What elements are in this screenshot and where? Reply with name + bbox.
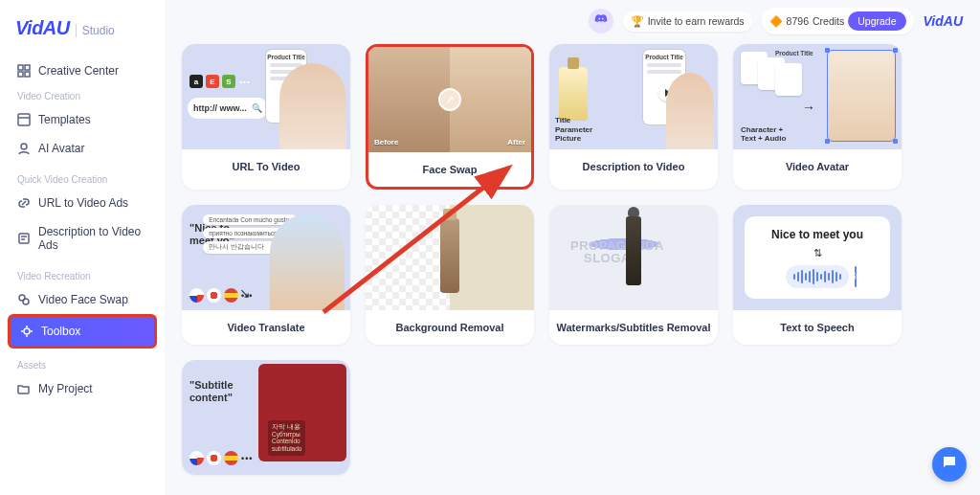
nav-section-video-recreation: Video Recreation Video Face Swap Toolbox: [8, 265, 157, 349]
duration-badge: 3s: [855, 266, 857, 287]
video-frame: 자막 내용 Субтитры Contenido subtitulado: [258, 364, 346, 461]
card-title: Video Avatar: [733, 149, 902, 184]
nav-video-face-swap[interactable]: Video Face Swap: [8, 285, 157, 314]
flag-japan-icon: [207, 288, 221, 303]
main-content: 🏆 Invite to earn rewards 🔶 8796 Credits …: [165, 0, 980, 495]
presenter-figure: [666, 73, 714, 149]
card-title: Description to Video: [549, 149, 718, 184]
flag-row: •••: [189, 451, 253, 465]
arrow-icon: →: [802, 100, 815, 115]
discord-button[interactable]: [589, 9, 613, 34]
product-bottle: [440, 218, 459, 293]
card-subtitle[interactable]: "Subtitle content" ••• 자막 내용 Субтитры Co…: [182, 360, 350, 475]
tts-text: Nice to meet you: [771, 228, 863, 241]
logo-sub: Studio: [76, 24, 115, 37]
svg-point-6: [21, 144, 27, 149]
thumb-desc-to-video: Title Parameter Picture Product Title: [549, 44, 718, 149]
sub-quote: "Subtitle content": [189, 379, 234, 403]
thumb-video-translate: "Nice to meet yo" ••• Encantada Con much…: [182, 205, 350, 310]
invite-pill[interactable]: 🏆 Invite to earn rewards: [623, 11, 752, 32]
nav-heading: Video Recreation: [8, 265, 157, 285]
credits-pill[interactable]: 🔶 8796 Credits Upgrade: [762, 8, 914, 34]
nav-label: Video Face Swap: [38, 293, 128, 306]
swap-icon: ⇅: [813, 247, 822, 259]
thumb-face-swap: Before After ↗: [368, 47, 531, 152]
nav-my-project[interactable]: My Project: [8, 374, 157, 403]
templates-icon: [17, 113, 31, 126]
nav-label: Templates: [38, 113, 91, 126]
card-video-translate[interactable]: "Nice to meet yo" ••• Encantada Con much…: [182, 205, 350, 345]
chat-fab[interactable]: [932, 447, 967, 482]
card-title: Background Removal: [366, 310, 534, 345]
thumb-watermarks: PROPAGANDA SLOGAN: [549, 205, 718, 310]
card-title: Video Translate: [182, 310, 350, 345]
card-description-to-video[interactable]: Title Parameter Picture Product Title De…: [549, 44, 718, 190]
presenter-figure: [270, 214, 345, 310]
logo[interactable]: VidAU Studio: [8, 13, 157, 56]
app-root: VidAU Studio Creative Center Video Creat…: [0, 0, 980, 495]
marketplace-logos: aES•••: [189, 75, 252, 88]
swap-arrow-icon: ↗: [441, 91, 458, 108]
svg-point-12: [24, 328, 30, 334]
svg-rect-3: [25, 72, 30, 77]
nav-label: Toolbox: [41, 325, 80, 338]
flag-japan-icon: [207, 451, 221, 465]
text-icon: [17, 232, 31, 245]
presenter-figure: [279, 63, 346, 149]
waveform-icon: 3s: [786, 265, 849, 288]
card-text-to-speech[interactable]: Nice to meet you ⇅ 3s Text to Speech: [733, 205, 902, 345]
transparency-checker: [366, 205, 450, 310]
card-title: URL To Video: [182, 149, 350, 184]
selected-avatar-frame: [827, 50, 896, 142]
chat-icon: [941, 454, 958, 475]
nav-desc-to-video-ads[interactable]: Description to Video Ads: [8, 217, 157, 259]
nav-url-to-video-ads[interactable]: URL to Video Ads: [8, 189, 157, 217]
brand-top[interactable]: VidAU: [924, 13, 963, 29]
svg-point-11: [23, 299, 29, 304]
link-icon: [17, 196, 31, 210]
credits-count: 8796: [787, 15, 809, 27]
logo-main: VidAU: [15, 17, 70, 39]
thumb-tts: Nice to meet you ⇅ 3s: [733, 205, 902, 310]
nav-label: Description to Video Ads: [38, 225, 147, 252]
nav-templates[interactable]: Templates: [8, 105, 157, 134]
nav-section-video-creation: Video Creation Templates AI Avatar: [8, 85, 157, 163]
nav-creative-center[interactable]: Creative Center: [8, 56, 157, 85]
nav-heading: Quick Video Creation: [8, 169, 157, 189]
subtitle-overlay: 자막 내용 Субтитры Contenido subtitulado: [268, 420, 305, 456]
flag-korea-icon: [189, 451, 204, 465]
product-bottle: [559, 67, 588, 121]
flag-korea-icon: [189, 288, 204, 303]
nav-label: Creative Center: [38, 64, 119, 78]
dtv-caption: Title Parameter Picture: [555, 116, 592, 144]
credits-label: Credits: [813, 15, 844, 27]
nav-section-assets: Assets My Project: [8, 354, 157, 403]
trophy-icon: 🏆: [631, 15, 644, 28]
nav-ai-avatar[interactable]: AI Avatar: [8, 134, 157, 163]
nav-label: AI Avatar: [38, 142, 84, 155]
diamond-icon: 🔶: [769, 15, 783, 28]
wm-text: PROPAGANDA SLOGAN: [570, 239, 664, 264]
svg-rect-0: [18, 65, 23, 70]
discord-icon: [594, 12, 608, 30]
avatar-icon: [17, 142, 31, 155]
invite-label: Invite to earn rewards: [648, 15, 745, 27]
url-pill: http:// www... 🔍: [188, 98, 268, 119]
grid-icon: [17, 64, 31, 78]
nav-toolbox[interactable]: Toolbox: [8, 314, 157, 349]
flag-spain-icon: [224, 451, 238, 465]
svg-rect-2: [18, 72, 23, 77]
card-video-avatar[interactable]: Product Title Character + Text + Audio →…: [733, 44, 902, 190]
folder-icon: [17, 382, 31, 395]
card-face-swap[interactable]: Before After ↗ Face Swap: [366, 44, 534, 190]
card-title: Face Swap: [368, 152, 531, 187]
toolbox-icon: [20, 325, 33, 338]
thumb-bg-removal: [366, 205, 534, 310]
arrow-icon: ↘: [239, 285, 251, 301]
card-background-removal[interactable]: Background Removal: [366, 205, 534, 345]
card-title: Watermarks/Subtitles Removal: [549, 310, 718, 345]
card-url-to-video[interactable]: aES••• http:// www... 🔍 Product Title UR…: [182, 44, 350, 190]
card-watermarks[interactable]: PROPAGANDA SLOGAN Watermarks/Subtitles R…: [549, 205, 718, 345]
sidebar: VidAU Studio Creative Center Video Creat…: [0, 0, 165, 495]
upgrade-button[interactable]: Upgrade: [848, 11, 905, 31]
